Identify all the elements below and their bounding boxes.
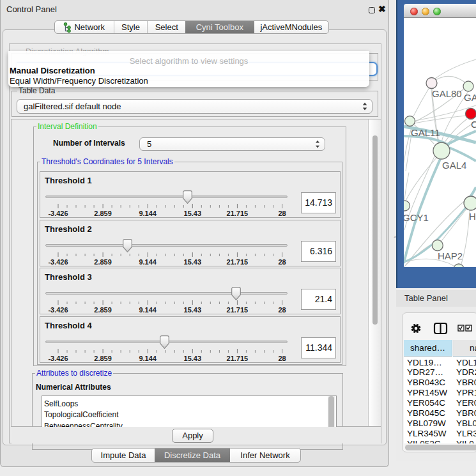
svg-text:H: H: [469, 211, 476, 222]
svg-text:GAL4: GAL4: [442, 160, 466, 171]
svg-text:GCY1: GCY1: [404, 212, 429, 223]
svg-text:HAP2: HAP2: [438, 250, 463, 261]
svg-text:GAL80: GAL80: [432, 88, 462, 99]
svg-text:C: C: [471, 119, 476, 130]
svg-text:GAL11: GAL11: [411, 127, 440, 138]
svg-text:GA: GA: [464, 92, 476, 103]
